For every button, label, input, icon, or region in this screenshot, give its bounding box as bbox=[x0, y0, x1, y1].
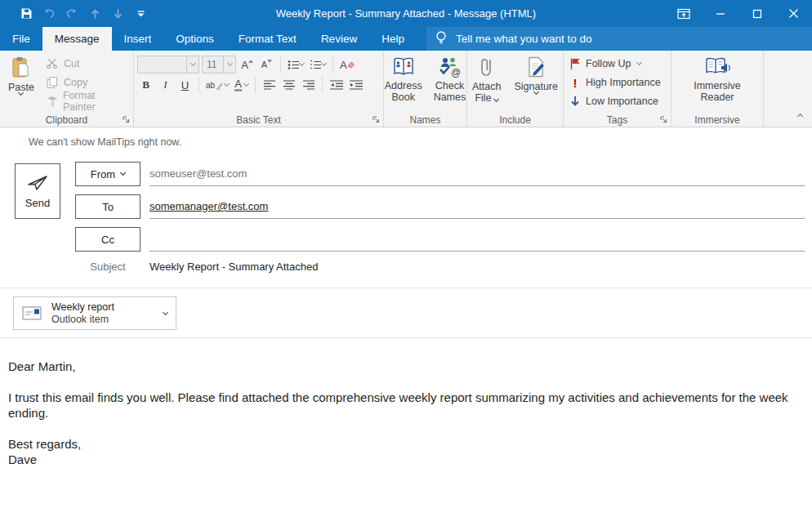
immersive-reader-icon bbox=[704, 56, 730, 78]
address-book-button[interactable]: Address Book bbox=[380, 54, 427, 113]
move-down-icon[interactable] bbox=[108, 4, 127, 24]
recipient-address[interactable]: somemanager@test.com bbox=[149, 200, 268, 212]
group-basic-text: 11 A A bbox=[134, 51, 384, 127]
check-names-button[interactable]: @ Check Names bbox=[429, 54, 471, 113]
paste-button[interactable]: Paste bbox=[3, 54, 39, 113]
grow-font-button[interactable]: A bbox=[239, 56, 256, 74]
tab-help[interactable]: Help bbox=[369, 27, 417, 51]
eraser-icon bbox=[347, 61, 355, 69]
message-body[interactable]: Dear Martin, I trust this email finds yo… bbox=[0, 338, 812, 467]
chevron-down-icon[interactable] bbox=[163, 309, 168, 314]
clear-formatting-button[interactable]: A bbox=[338, 56, 356, 74]
group-immersive: Immersive Reader Immersive bbox=[671, 51, 764, 127]
align-center-button[interactable] bbox=[280, 76, 297, 94]
title-bar: Weekly Report - Summary Attached - Messa… bbox=[0, 0, 812, 27]
names-group-label: Names bbox=[409, 114, 440, 126]
align-right-icon bbox=[303, 80, 315, 90]
align-right-button[interactable] bbox=[300, 76, 317, 94]
decrease-indent-icon bbox=[330, 80, 343, 90]
align-left-button[interactable] bbox=[261, 76, 278, 94]
italic-button[interactable]: I bbox=[157, 76, 174, 94]
to-button[interactable]: To bbox=[75, 194, 141, 219]
cc-field[interactable] bbox=[149, 227, 805, 252]
include-group-label: Include bbox=[499, 114, 531, 126]
low-importance-arrow-icon bbox=[570, 96, 580, 107]
highlighter-pen-icon bbox=[216, 81, 224, 90]
immersive-reader-label: Immersive Reader bbox=[680, 80, 755, 103]
clipboard-dialog-launcher[interactable] bbox=[121, 114, 131, 124]
from-button[interactable]: From bbox=[75, 162, 141, 186]
attachment-type: Outlook item bbox=[51, 314, 114, 326]
ribbon-tab-bar: File Message Insert Options Format Text … bbox=[0, 27, 812, 51]
subject-input[interactable]: Weekly Report - Summary Attached bbox=[149, 256, 805, 277]
increase-indent-button[interactable] bbox=[347, 76, 364, 94]
mailtips-text: We can't show MailTips right now. bbox=[29, 136, 181, 148]
follow-up-button[interactable]: Follow Up bbox=[570, 56, 671, 72]
font-color-button[interactable]: A bbox=[233, 76, 250, 94]
save-icon[interactable] bbox=[16, 4, 36, 24]
paperclip-icon bbox=[479, 56, 495, 78]
high-importance-button[interactable]: ! High Importance bbox=[570, 74, 671, 91]
highlight-button[interactable]: ab bbox=[204, 76, 230, 94]
tab-options[interactable]: Options bbox=[163, 27, 226, 51]
arrow-up-icon bbox=[248, 59, 253, 64]
check-names-icon: @ bbox=[438, 56, 461, 78]
body-signature: Dave bbox=[8, 452, 804, 467]
body-closing: Best regards, bbox=[8, 436, 804, 452]
body-greeting: Dear Martin, bbox=[8, 359, 804, 374]
shrink-font-button[interactable]: A bbox=[258, 56, 275, 74]
numbering-button[interactable] bbox=[308, 56, 328, 74]
close-button[interactable] bbox=[775, 0, 812, 27]
tab-format-text[interactable]: Format Text bbox=[226, 27, 309, 51]
redo-icon[interactable] bbox=[62, 4, 82, 24]
tags-dialog-launcher[interactable] bbox=[658, 114, 668, 124]
to-field[interactable]: somemanager@test.com bbox=[149, 194, 805, 219]
bullets-button[interactable] bbox=[286, 56, 306, 74]
tellme-box[interactable]: Tell me what you want to do bbox=[426, 27, 812, 51]
group-tags: Follow Up ! High Importance Low Importan… bbox=[564, 51, 671, 127]
move-up-icon[interactable] bbox=[85, 4, 105, 24]
undo-icon[interactable] bbox=[39, 4, 59, 24]
tab-file[interactable]: File bbox=[0, 27, 42, 51]
tab-message[interactable]: Message bbox=[42, 27, 112, 51]
send-button[interactable]: Send bbox=[15, 163, 60, 219]
basic-text-dialog-launcher[interactable] bbox=[371, 114, 381, 124]
quick-access-toolbar bbox=[0, 4, 150, 24]
format-painter-icon bbox=[46, 94, 59, 108]
basic-text-group-label: Basic Text bbox=[236, 114, 280, 126]
cc-button[interactable]: Cc bbox=[75, 227, 141, 252]
outlook-message-window: Weekly Report - Summary Attached - Messa… bbox=[0, 0, 812, 508]
immersive-reader-button[interactable]: Immersive Reader bbox=[675, 54, 760, 113]
cut-button[interactable]: Cut bbox=[42, 54, 130, 73]
bold-button[interactable]: B bbox=[137, 76, 154, 94]
chevron-down-icon bbox=[120, 170, 126, 176]
copy-icon bbox=[46, 75, 60, 89]
ribbon-display-options-icon[interactable] bbox=[665, 0, 702, 27]
address-book-label: Address Book bbox=[385, 80, 422, 103]
ribbon: Paste Cut Copy bbox=[0, 51, 812, 127]
decrease-indent-button[interactable] bbox=[328, 76, 345, 94]
arrow-down-icon bbox=[267, 59, 272, 64]
font-size-combo[interactable]: 11 bbox=[202, 56, 236, 74]
customize-qat-icon[interactable] bbox=[131, 4, 150, 24]
window-controls bbox=[665, 0, 812, 27]
minimize-button[interactable] bbox=[702, 0, 738, 27]
send-plane-icon bbox=[26, 174, 49, 192]
increase-indent-icon bbox=[350, 80, 363, 90]
maximize-button[interactable] bbox=[738, 0, 775, 27]
attach-file-label: Attach File bbox=[472, 81, 501, 104]
attachment-name: Weekly report bbox=[51, 301, 114, 314]
ribbon-tail bbox=[764, 51, 812, 127]
immersive-group-label: Immersive bbox=[694, 114, 739, 126]
attachment-chip[interactable]: Weekly report Outlook item bbox=[13, 296, 176, 330]
low-importance-button[interactable]: Low Importance bbox=[570, 93, 671, 109]
collapse-ribbon-button[interactable] bbox=[798, 107, 802, 122]
tab-insert[interactable]: Insert bbox=[112, 27, 164, 51]
underline-button[interactable]: U bbox=[176, 76, 194, 94]
signature-button[interactable]: Signature bbox=[509, 54, 563, 113]
tab-review[interactable]: Review bbox=[309, 27, 369, 51]
format-painter-button[interactable]: Format Painter bbox=[42, 91, 130, 110]
from-field[interactable]: someuser@test.com bbox=[149, 162, 805, 186]
font-name-combo[interactable] bbox=[137, 56, 199, 74]
attach-file-button[interactable]: Attach File bbox=[467, 54, 506, 113]
